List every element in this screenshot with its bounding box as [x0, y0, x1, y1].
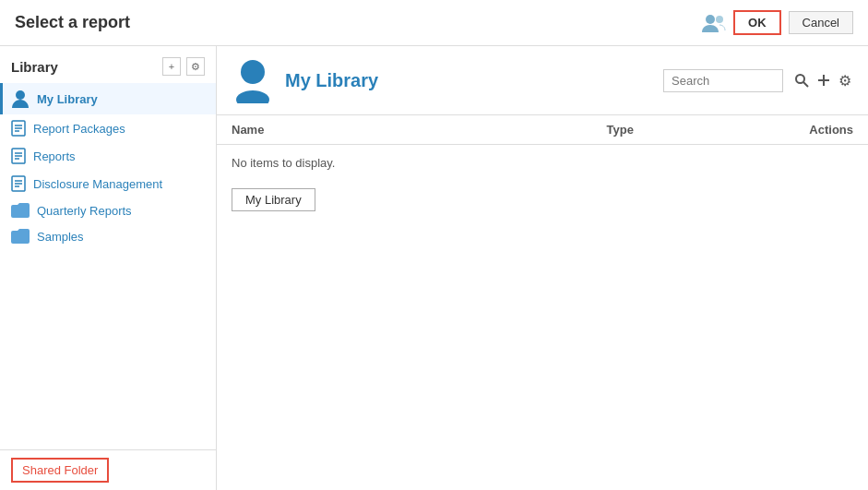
my-library-icon: [11, 89, 30, 109]
svg-point-0: [706, 15, 715, 24]
content-header-action-icons: ⚙: [794, 73, 853, 88]
table-header: Name Type Actions: [217, 115, 868, 145]
my-library-badge: My Library: [232, 188, 315, 211]
header-actions: OK Cancel: [702, 10, 853, 35]
search-input[interactable]: [663, 69, 783, 92]
add-library-button[interactable]: +: [162, 57, 181, 76]
sidebar-item-quarterly-reports[interactable]: Quarterly Reports: [0, 197, 216, 223]
svg-text:⚙: ⚙: [838, 73, 851, 88]
sidebar-item-disclosure-management[interactable]: Disclosure Management: [0, 170, 216, 197]
svg-point-2: [16, 90, 25, 100]
report-packages-icon: [11, 120, 26, 137]
settings-icon: ⚙: [838, 73, 853, 88]
content-area: My Library ⚙: [217, 46, 868, 490]
column-name-header: Name: [232, 123, 542, 137]
add-icon: [816, 73, 831, 88]
content-title: My Library: [285, 70, 652, 91]
plus-icon: +: [169, 61, 174, 72]
svg-point-1: [716, 16, 723, 23]
search-icon-button[interactable]: [794, 73, 809, 88]
sidebar-header: Library + ⚙: [0, 54, 216, 83]
page-header: Select a report OK Cancel: [0, 0, 868, 46]
library-settings-button[interactable]: ⚙: [186, 57, 205, 76]
main-layout: Library + ⚙ My Library: [0, 46, 868, 490]
avatar: [232, 57, 274, 103]
sidebar-item-quarterly-reports-label: Quarterly Reports: [37, 204, 132, 218]
sidebar-header-icons: + ⚙: [162, 57, 205, 76]
avatar-svg: [232, 57, 274, 103]
reports-icon: [11, 148, 26, 164]
sidebar-title: Library: [11, 59, 58, 75]
content-settings-button[interactable]: ⚙: [838, 73, 853, 88]
sidebar-item-samples-label: Samples: [37, 230, 84, 244]
sidebar-item-reports-label: Reports: [33, 149, 76, 163]
sidebar-bottom: Shared Folder: [0, 449, 216, 490]
search-icon: [794, 73, 809, 88]
sidebar-item-report-packages[interactable]: Report Packages: [0, 114, 216, 142]
sidebar-item-my-library[interactable]: My Library: [0, 83, 216, 114]
disclosure-management-icon: [11, 175, 26, 192]
column-type-header: Type: [542, 123, 698, 137]
column-actions-header: Actions: [698, 123, 854, 137]
ok-button[interactable]: OK: [733, 10, 781, 35]
quarterly-reports-folder-icon: [11, 203, 30, 218]
sidebar-item-samples[interactable]: Samples: [0, 223, 216, 249]
add-item-button[interactable]: [816, 73, 831, 88]
shared-folder-button[interactable]: Shared Folder: [11, 458, 109, 483]
sidebar-item-reports[interactable]: Reports: [0, 142, 216, 170]
svg-point-16: [236, 90, 269, 103]
sidebar-item-my-library-label: My Library: [37, 92, 98, 106]
samples-folder-icon: [11, 229, 30, 244]
sidebar-item-report-packages-label: Report Packages: [33, 122, 125, 136]
table-body: No items to display. My Library: [217, 145, 868, 222]
sidebar: Library + ⚙ My Library: [0, 46, 217, 490]
empty-message: No items to display.: [232, 156, 853, 170]
svg-line-18: [803, 82, 808, 87]
sidebar-item-disclosure-management-label: Disclosure Management: [33, 177, 162, 191]
gear-icon: ⚙: [191, 61, 200, 73]
page-title: Select a report: [15, 13, 130, 32]
cancel-button[interactable]: Cancel: [789, 11, 853, 34]
user-group-icon: [702, 13, 726, 33]
svg-point-15: [241, 60, 265, 84]
svg-point-17: [796, 75, 804, 83]
content-header: My Library ⚙: [217, 46, 868, 115]
